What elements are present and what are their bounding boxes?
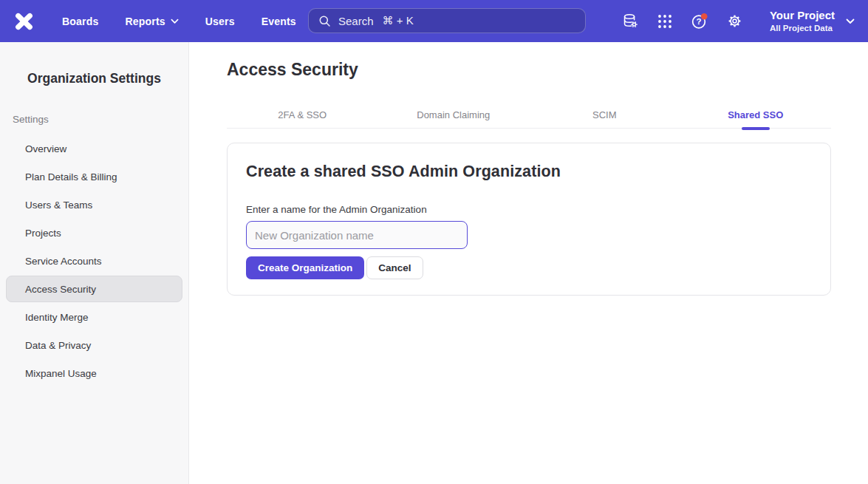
- tab-scim[interactable]: SCIM: [529, 102, 680, 128]
- search-shortcut-hint: ⌘ + K: [383, 14, 414, 27]
- nav-item-users[interactable]: Users: [205, 16, 235, 27]
- svg-text:?: ?: [696, 17, 701, 26]
- sidebar-item-mixpanel-usage[interactable]: Mixpanel Usage: [0, 359, 188, 387]
- sidebar-item-access-security[interactable]: Access Security: [6, 276, 182, 302]
- nav-right-group: ? Your Pro: [622, 0, 868, 42]
- sidebar-item-label: Access Security: [25, 284, 96, 295]
- top-nav: Boards Reports Users Events Search ⌘ + K: [0, 0, 868, 42]
- sidebar-item-label: Identity Merge: [25, 312, 89, 323]
- create-organization-button[interactable]: Create Organization: [246, 256, 364, 279]
- tab-2fa-sso[interactable]: 2FA & SSO: [227, 102, 378, 128]
- nav-item-events[interactable]: Events: [262, 16, 296, 27]
- primary-nav: Boards Reports Users Events: [62, 16, 296, 27]
- project-data-scope: All Project Data: [770, 23, 835, 34]
- sidebar-title: Organization Settings: [0, 71, 188, 86]
- sidebar-item-label: Mixpanel Usage: [25, 368, 97, 379]
- sidebar-item-identity-merge[interactable]: Identity Merge: [0, 303, 188, 331]
- sidebar-item-service-accounts[interactable]: Service Accounts: [0, 247, 188, 275]
- access-security-tabs: 2FA & SSO Domain Claiming SCIM Shared SS…: [227, 102, 831, 129]
- help-icon[interactable]: ?: [691, 13, 708, 30]
- sidebar-item-label: Users & Teams: [25, 200, 92, 211]
- settings-gear-icon[interactable]: [727, 13, 742, 29]
- organization-name-label: Enter a name for the Admin Organization: [246, 204, 812, 215]
- mixpanel-logo-icon: [13, 12, 35, 31]
- sidebar-item-overview[interactable]: Overview: [0, 134, 188, 163]
- nav-item-label: Events: [262, 16, 296, 27]
- tab-label: Shared SSO: [728, 109, 783, 120]
- sidebar-item-projects[interactable]: Projects: [0, 219, 188, 247]
- tab-shared-sso[interactable]: Shared SSO: [680, 102, 832, 128]
- chevron-down-icon: [846, 18, 855, 24]
- chevron-down-icon: [171, 18, 179, 24]
- sidebar-item-label: Plan Details & Billing: [25, 171, 117, 183]
- nav-item-label: Users: [205, 16, 235, 27]
- sidebar-item-users-teams[interactable]: Users & Teams: [0, 191, 188, 219]
- main-content: Access Security 2FA & SSO Domain Claimin…: [190, 42, 868, 484]
- card-title: Create a shared SSO Admin Organization: [246, 163, 812, 181]
- tab-label: 2FA & SSO: [278, 109, 327, 120]
- project-selector[interactable]: Your Project All Project Data: [770, 8, 855, 33]
- page-title: Access Security: [227, 60, 358, 80]
- tab-label: SCIM: [592, 109, 617, 120]
- organization-name-input[interactable]: [246, 221, 468, 249]
- sidebar-item-label: Overview: [25, 143, 66, 154]
- create-shared-sso-card: Create a shared SSO Admin Organization E…: [227, 143, 831, 296]
- sidebar-item-label: Data & Privacy: [25, 340, 91, 351]
- project-name: Your Project: [770, 8, 835, 23]
- nav-item-reports[interactable]: Reports: [125, 16, 178, 27]
- data-management-icon[interactable]: [622, 13, 639, 30]
- sidebar-item-data-privacy[interactable]: Data & Privacy: [0, 331, 188, 359]
- settings-sidebar: Organization Settings Settings Overview …: [0, 42, 189, 484]
- mixpanel-logo[interactable]: [0, 12, 47, 31]
- tab-domain-claiming[interactable]: Domain Claiming: [378, 102, 530, 128]
- sidebar-section-label: Settings: [13, 114, 188, 125]
- search-input[interactable]: Search ⌘ + K: [308, 8, 586, 33]
- search-icon: [318, 15, 331, 27]
- sidebar-item-plan-details-billing[interactable]: Plan Details & Billing: [0, 163, 188, 191]
- cancel-button[interactable]: Cancel: [366, 256, 423, 279]
- project-names: Your Project All Project Data: [770, 8, 835, 33]
- sidebar-items: Overview Plan Details & Billing Users & …: [0, 134, 188, 387]
- sidebar-item-label: Projects: [25, 228, 61, 239]
- search-placeholder: Search: [338, 15, 374, 27]
- notification-badge: [701, 13, 708, 20]
- nav-item-label: Boards: [62, 16, 98, 27]
- nav-item-boards[interactable]: Boards: [62, 16, 98, 27]
- card-buttons: Create Organization Cancel: [246, 256, 812, 279]
- tab-label: Domain Claiming: [417, 109, 490, 120]
- apps-grid-icon[interactable]: [657, 14, 672, 29]
- nav-item-label: Reports: [125, 16, 165, 27]
- sidebar-item-label: Service Accounts: [25, 256, 102, 267]
